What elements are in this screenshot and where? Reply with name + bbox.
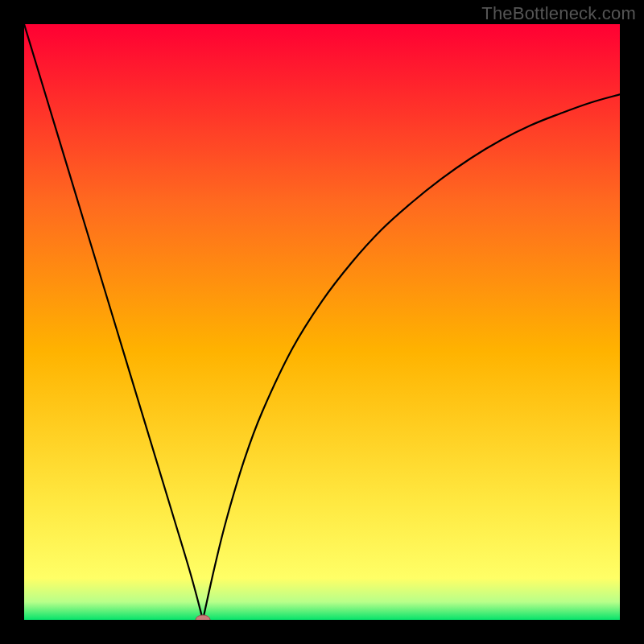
bottleneck-chart [24, 24, 620, 620]
chart-frame: TheBottleneck.com [0, 0, 644, 644]
watermark-text: TheBottleneck.com [481, 3, 636, 24]
